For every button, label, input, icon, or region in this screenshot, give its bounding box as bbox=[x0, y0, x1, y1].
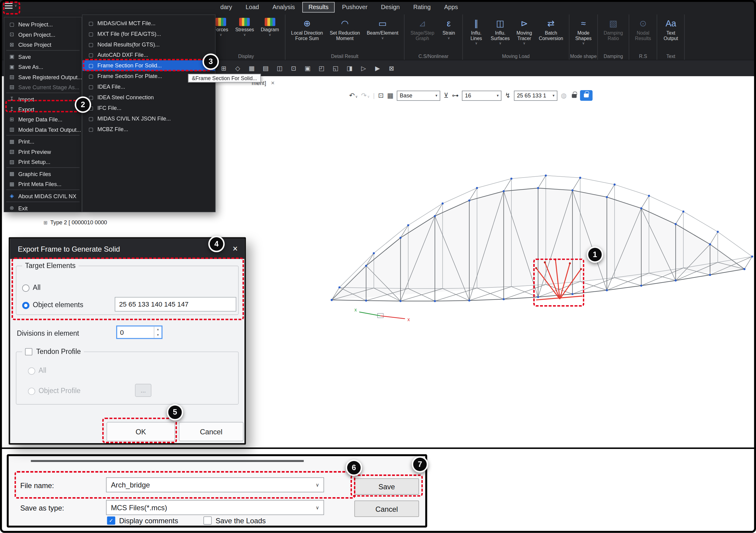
lock-icon[interactable] bbox=[572, 91, 577, 100]
file-menu-item[interactable]: ↥ Export bbox=[4, 104, 81, 114]
save-the-loads-checkbox[interactable] bbox=[203, 516, 211, 524]
file-menu-item[interactable]: ▢ New Project... bbox=[4, 19, 81, 29]
submenu-item[interactable]: ▢ MXT File (for FEA/GTS)... bbox=[83, 29, 215, 39]
table-icon[interactable]: ▤ bbox=[260, 62, 271, 74]
select-polygon-icon[interactable]: ◇ bbox=[232, 62, 243, 74]
file-menu-item[interactable]: ↧ Import bbox=[4, 94, 81, 104]
model-tree-item[interactable]: ⊞ Type 2 [ 0000010 0000 bbox=[43, 220, 107, 225]
ribbon-item[interactable]: ◫ Influ. Surfaces ∨ bbox=[487, 17, 513, 45]
object-profile-radio[interactable] bbox=[28, 387, 35, 395]
number-select[interactable]: 16▾ bbox=[462, 91, 501, 100]
file-menu-item[interactable]: ⊠ Close Project bbox=[4, 40, 81, 49]
display-icon[interactable]: ◫ bbox=[274, 62, 285, 74]
submenu-item[interactable]: ▢ IDEA File... bbox=[83, 81, 215, 92]
file-menu-item[interactable]: ▣ Save bbox=[4, 52, 81, 62]
close-view-icon[interactable]: ⊠ bbox=[386, 62, 397, 74]
works-tree-icon[interactable]: ▣ bbox=[302, 62, 313, 74]
submenu-item[interactable]: ▢ Nodal Results(for GTS)... bbox=[83, 39, 215, 50]
display-filter-icon[interactable]: ⊻ bbox=[444, 92, 448, 99]
cancel-button[interactable]: Cancel bbox=[355, 500, 419, 517]
submenu-item[interactable]: ▢ Frame Section For Solid... bbox=[83, 60, 215, 71]
element-number-icon[interactable]: ◱ bbox=[330, 62, 341, 74]
file-menu-item[interactable]: ▤ Save Current Stage As... bbox=[4, 82, 81, 92]
menu-tab[interactable]: Rating bbox=[407, 2, 437, 13]
ribbon-item[interactable]: ◠ Set Reduction Moment bbox=[326, 17, 363, 42]
view-name-select[interactable]: Base▾ bbox=[397, 91, 440, 100]
ribbon-item[interactable]: ⊙ Nodal Results bbox=[632, 17, 654, 42]
file-menu-item[interactable]: ⊞ Merge Data File... bbox=[4, 115, 81, 124]
node-number-icon[interactable]: ◰ bbox=[316, 62, 328, 74]
app-menu-button[interactable]: ∨ bbox=[5, 3, 17, 9]
ribbon-item[interactable]: ⊳ Moving Tracer ∨ bbox=[513, 17, 535, 45]
stepper-down-icon[interactable]: ▾ bbox=[154, 333, 161, 338]
ribbon-item[interactable]: ⊿ Stage/Step Graph bbox=[407, 17, 438, 42]
ribbon-item[interactable]: ⇄ Batch Conversion bbox=[535, 17, 567, 45]
all-radio[interactable] bbox=[22, 284, 29, 292]
play-icon[interactable]: ▷ bbox=[358, 62, 369, 74]
save-as-type-select[interactable]: MCS Files(*.mcs) ∨ bbox=[106, 500, 324, 515]
object-elements-input[interactable]: 25 65 133 140 145 147 bbox=[115, 297, 236, 312]
file-menu-item[interactable]: ▤ Save Registered Output... bbox=[4, 72, 81, 82]
ribbon-item[interactable]: ≈ Mode Shapes ∨ bbox=[572, 17, 595, 45]
submenu-item[interactable]: ▢ IFC File... bbox=[83, 103, 215, 113]
browse-button[interactable]: ... bbox=[135, 384, 151, 397]
ribbon-item[interactable]: ε Strain ∨ bbox=[438, 17, 460, 42]
submenu-item[interactable]: ▢ AutoCAD DXF File... bbox=[83, 50, 215, 60]
tendon-all-radio[interactable] bbox=[28, 368, 35, 375]
file-menu-item[interactable]: ⊗ Exit bbox=[4, 203, 81, 213]
copy-view-icon[interactable]: ⊡ bbox=[378, 92, 384, 99]
ribbon-item[interactable]: Aa Text Output bbox=[660, 17, 682, 42]
grid-view-icon[interactable]: ▦ bbox=[387, 92, 393, 99]
submenu-item[interactable]: ▢ IDEA Steel Connection bbox=[83, 92, 215, 103]
view-split-icon[interactable]: ◨ bbox=[344, 62, 355, 74]
ok-button[interactable]: OK bbox=[107, 422, 175, 441]
file-menu-item[interactable]: ▩ Graphic Files bbox=[4, 169, 81, 179]
lock-toggle-button[interactable] bbox=[580, 90, 593, 101]
file-menu-item[interactable]: ▥ Model Data Text Output... bbox=[4, 124, 81, 134]
ribbon-item[interactable]: Diagram ∨ bbox=[257, 17, 282, 37]
menu-tab[interactable]: Pushover bbox=[336, 2, 374, 13]
save-button[interactable]: Save bbox=[355, 478, 419, 495]
file-menu-item[interactable]: ◈ About MIDAS CIVIL NX bbox=[4, 191, 81, 201]
menu-tab[interactable]: Design bbox=[375, 2, 406, 13]
ribbon-item[interactable]: ∥ Influ. Lines ∨ bbox=[465, 17, 487, 45]
select-window-icon[interactable]: ⊞ bbox=[218, 62, 230, 74]
wand-icon[interactable]: ↯ bbox=[505, 92, 511, 99]
redo-icon[interactable]: ↷∨ bbox=[361, 92, 370, 99]
stepper-arrows[interactable]: ▴ ▾ bbox=[154, 327, 161, 338]
cancel-button[interactable]: Cancel bbox=[179, 422, 243, 441]
ribbon-item[interactable]: Stresses ∨ bbox=[232, 17, 257, 37]
file-menu-item[interactable]: ▦ Print Meta Files... bbox=[4, 179, 81, 189]
file-menu-item[interactable]: ▣ Save As... bbox=[4, 62, 81, 72]
ribbon-item[interactable]: ▧ Damping Ratio bbox=[600, 17, 626, 42]
divisions-stepper[interactable]: 0 ▴ ▾ bbox=[116, 325, 163, 339]
render-view-icon[interactable]: ⊡ bbox=[288, 62, 299, 74]
menu-tab[interactable]: Results bbox=[302, 2, 335, 13]
undo-icon[interactable]: ↶∨ bbox=[349, 92, 358, 99]
file-menu-item[interactable]: ▦ Print... bbox=[4, 137, 81, 147]
comment-balloon-icon[interactable]: ◍ bbox=[561, 92, 567, 99]
animate-icon[interactable]: ▶ bbox=[372, 62, 383, 74]
file-menu-item[interactable]: ▧ Print Preview bbox=[4, 147, 81, 157]
menu-tab[interactable]: Load bbox=[239, 2, 265, 13]
submenu-item[interactable]: ▢ MIDAS/Civil MCT File... bbox=[83, 18, 215, 29]
file-menu-item[interactable]: ▨ Print Setup... bbox=[4, 157, 81, 167]
submenu-item[interactable]: ▢ MIDAS CIVIL NX JSON File... bbox=[83, 113, 215, 124]
submenu-item[interactable]: ▢ MCBZ File... bbox=[83, 124, 215, 134]
display-comments-checkbox[interactable]: ✓ bbox=[107, 516, 115, 524]
key-icon[interactable]: ⊶ bbox=[452, 92, 459, 99]
menu-tab[interactable]: dary bbox=[214, 2, 238, 13]
ribbon-item[interactable]: ▭ Beam/Element ∨ bbox=[363, 17, 401, 42]
close-icon[interactable]: × bbox=[271, 79, 275, 87]
menu-tab[interactable]: Apps bbox=[438, 2, 464, 13]
tendon-profile-checkbox[interactable] bbox=[25, 348, 33, 355]
ribbon-item[interactable]: ⊕ Local Direction Force Sum bbox=[288, 17, 326, 42]
menu-tab[interactable]: Analysis bbox=[266, 2, 301, 13]
close-icon[interactable]: × bbox=[232, 244, 238, 254]
grid-icon[interactable]: ▦ bbox=[246, 62, 257, 74]
stepper-up-icon[interactable]: ▴ bbox=[154, 327, 161, 333]
file-menu-item[interactable]: ⊡ Open Project... bbox=[4, 29, 81, 40]
tree-expander-icon[interactable]: ⊞ bbox=[43, 220, 47, 225]
object-elements-radio[interactable] bbox=[22, 302, 29, 309]
file-name-input[interactable]: Arch_bridge ∨ bbox=[106, 477, 324, 492]
